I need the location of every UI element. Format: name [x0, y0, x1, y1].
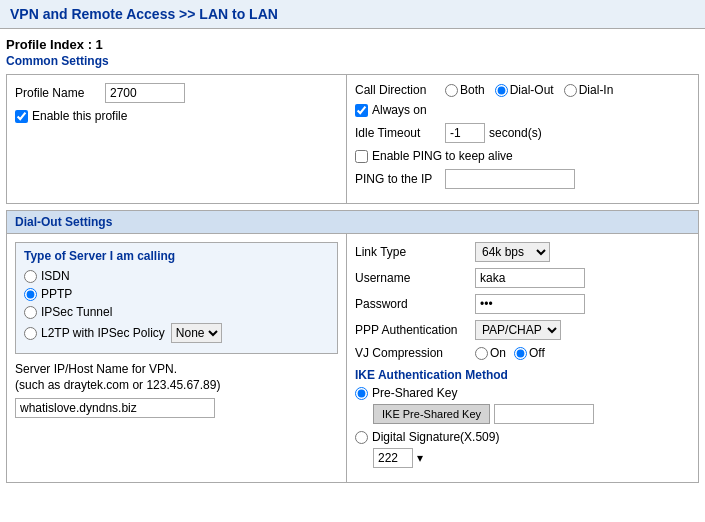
isdn-radio[interactable]	[24, 270, 37, 283]
link-type-row: Link Type 64k bps 128k bps 256k bps	[355, 242, 690, 262]
pptp-radio[interactable]	[24, 288, 37, 301]
enable-profile-row: Enable this profile	[15, 109, 338, 123]
ike-digital-radio[interactable]	[355, 431, 368, 444]
vj-on-radio[interactable]	[475, 347, 488, 360]
ike-preshared-button[interactable]: IKE Pre-Shared Key	[373, 404, 490, 424]
idle-timeout-unit: second(s)	[489, 126, 542, 140]
enable-profile-label: Enable this profile	[32, 109, 127, 123]
call-direction-dialin-radio[interactable]	[564, 84, 577, 97]
idle-timeout-input[interactable]	[445, 123, 485, 143]
profile-name-input[interactable]	[105, 83, 185, 103]
always-on-row: Always on	[355, 103, 690, 117]
dial-out-header: Dial-Out Settings	[7, 211, 698, 234]
dial-left-panel: Type of Server I am calling ISDN PPTP IP…	[7, 234, 347, 482]
call-direction-dialout-label: Dial-Out	[510, 83, 554, 97]
password-input[interactable]	[475, 294, 585, 314]
username-row: Username	[355, 268, 690, 288]
ike-preshared-option: Pre-Shared Key	[355, 386, 690, 400]
server-type-pptp: PPTP	[24, 287, 329, 301]
page-title: VPN and Remote Access >> LAN to LAN	[10, 6, 278, 22]
idle-timeout-row: Idle Timeout second(s)	[355, 123, 690, 143]
server-type-box: Type of Server I am calling ISDN PPTP IP…	[15, 242, 338, 354]
profile-index: Profile Index : 1	[6, 37, 699, 52]
common-settings-title: Common Settings	[6, 54, 699, 68]
l2tp-label: L2TP with IPSec Policy	[41, 326, 165, 340]
page-content: Profile Index : 1 Common Settings Profil…	[0, 29, 705, 491]
call-direction-both-radio[interactable]	[445, 84, 458, 97]
common-settings-inner: Profile Name Enable this profile Call Di…	[7, 75, 698, 203]
l2tp-policy-select[interactable]: None Nice Must	[171, 323, 222, 343]
ike-preshared-radio[interactable]	[355, 387, 368, 400]
vj-off-radio[interactable]	[514, 347, 527, 360]
ike-digital-option: Digital Signature(X.509)	[355, 430, 690, 444]
ike-preshared-input[interactable]	[494, 404, 594, 424]
enable-profile-checkbox[interactable]	[15, 110, 28, 123]
pptp-label: PPTP	[41, 287, 72, 301]
vj-on-label: On	[490, 346, 506, 360]
common-right-panel: Call Direction Both Dial-Out Dial-In Alw…	[347, 75, 698, 203]
digital-sig-row: ▾	[373, 448, 690, 468]
vj-compression-row: VJ Compression On Off	[355, 346, 690, 360]
ike-title: IKE Authentication Method	[355, 368, 690, 382]
server-vpn-label2: (such as draytek.com or 123.45.67.89)	[15, 378, 338, 392]
password-row: Password	[355, 294, 690, 314]
vj-radio-group: On Off	[475, 346, 553, 360]
ike-preshared-label: Pre-Shared Key	[372, 386, 457, 400]
call-direction-dialout-radio[interactable]	[495, 84, 508, 97]
server-type-isdn: ISDN	[24, 269, 329, 283]
ppp-auth-row: PPP Authentication PAP/CHAP PAP CHAP	[355, 320, 690, 340]
server-vpn-label1: Server IP/Host Name for VPN.	[15, 362, 338, 376]
dial-out-inner: Type of Server I am calling ISDN PPTP IP…	[7, 234, 698, 482]
ike-digital-label: Digital Signature(X.509)	[372, 430, 499, 444]
link-type-label: Link Type	[355, 245, 475, 259]
enable-ping-checkbox[interactable]	[355, 150, 368, 163]
always-on-checkbox[interactable]	[355, 104, 368, 117]
server-type-l2tp: L2TP with IPSec Policy None Nice Must	[24, 323, 329, 343]
ike-key-row: IKE Pre-Shared Key	[373, 404, 690, 424]
ppp-auth-label: PPP Authentication	[355, 323, 475, 337]
l2tp-radio[interactable]	[24, 327, 37, 340]
ipsec-radio[interactable]	[24, 306, 37, 319]
ping-ip-label: PING to the IP	[355, 172, 445, 186]
ppp-auth-select[interactable]: PAP/CHAP PAP CHAP	[475, 320, 561, 340]
ping-ip-row: PING to the IP	[355, 169, 690, 189]
username-label: Username	[355, 271, 475, 285]
server-vpn-input[interactable]	[15, 398, 215, 418]
link-type-select[interactable]: 64k bps 128k bps 256k bps	[475, 242, 550, 262]
profile-name-row: Profile Name	[15, 83, 338, 103]
ipsec-label: IPSec Tunnel	[41, 305, 112, 319]
call-direction-row: Call Direction Both Dial-Out Dial-In	[355, 83, 690, 97]
common-left-panel: Profile Name Enable this profile	[7, 75, 347, 203]
vj-off-label: Off	[529, 346, 545, 360]
common-settings-box: Profile Name Enable this profile Call Di…	[6, 74, 699, 204]
idle-timeout-label: Idle Timeout	[355, 126, 445, 140]
enable-ping-row: Enable PING to keep alive	[355, 149, 690, 163]
dial-right-panel: Link Type 64k bps 128k bps 256k bps User…	[347, 234, 698, 482]
call-direction-label: Call Direction	[355, 83, 445, 97]
page-header: VPN and Remote Access >> LAN to LAN	[0, 0, 705, 29]
isdn-label: ISDN	[41, 269, 70, 283]
digital-sig-input[interactable]	[373, 448, 413, 468]
ping-ip-input[interactable]	[445, 169, 575, 189]
call-direction-both-label: Both	[460, 83, 485, 97]
enable-ping-label: Enable PING to keep alive	[372, 149, 513, 163]
profile-name-label: Profile Name	[15, 86, 105, 100]
server-type-title: Type of Server I am calling	[24, 249, 329, 263]
call-direction-dialin-label: Dial-In	[579, 83, 614, 97]
vj-compression-label: VJ Compression	[355, 346, 475, 360]
server-type-ipsec: IPSec Tunnel	[24, 305, 329, 319]
digital-sig-arrow: ▾	[417, 451, 423, 465]
password-label: Password	[355, 297, 475, 311]
always-on-label: Always on	[372, 103, 427, 117]
username-input[interactable]	[475, 268, 585, 288]
dial-out-section: Dial-Out Settings Type of Server I am ca…	[6, 210, 699, 483]
